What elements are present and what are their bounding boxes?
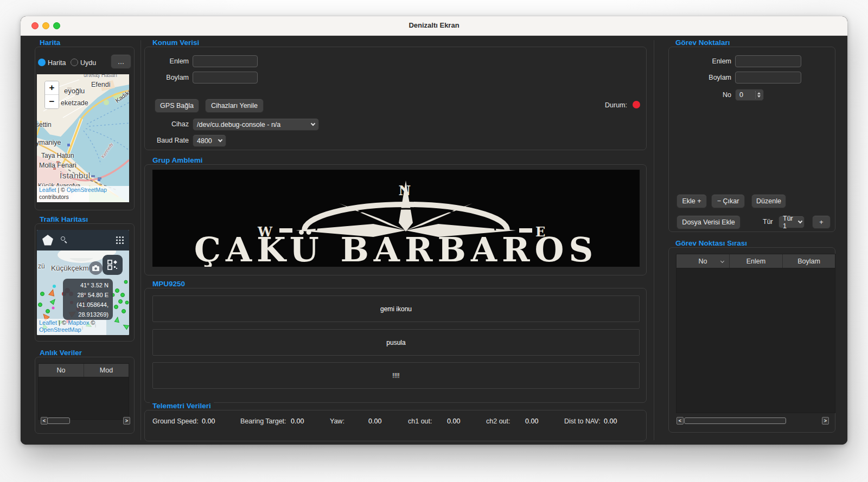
- sira-table-body[interactable]: [676, 268, 835, 413]
- osm-map[interactable]: urtelaş Hasan Efendi eyoğlu eketzade set…: [37, 74, 129, 202]
- gorev-no-value: 0: [739, 91, 743, 99]
- zoom-out-button[interactable]: −: [45, 95, 59, 108]
- traffic-map[interactable]: zü Küçükçekm 41° 3.52 N 28° 54.80 E (41.…: [37, 230, 129, 335]
- durum-label: Durum:: [595, 101, 627, 109]
- splitter-right[interactable]: [654, 40, 654, 440]
- leaflet-link[interactable]: Leaflet: [39, 187, 56, 193]
- gorev-group-title: Görev Noktaları: [673, 38, 733, 47]
- baud-label: Baud Rate: [144, 137, 189, 144]
- window-title: Denizaltı Ekran: [21, 21, 847, 29]
- telemetry-label: Bearing Target:: [240, 417, 286, 425]
- mpu-ship-icon-placeholder: gemi ikonu: [152, 295, 640, 322]
- device-combobox-value: /dev/cu.debug-console - n/a: [197, 121, 280, 128]
- tur-label: Tür: [763, 218, 773, 226]
- map-label: eketzade: [61, 99, 88, 107]
- map-more-button[interactable]: …: [111, 54, 131, 69]
- add-file-data-button[interactable]: Dosya Verisi Ekle: [676, 215, 741, 229]
- anlik-scroll-thumb[interactable]: [47, 417, 70, 424]
- camera-icon[interactable]: [89, 261, 103, 275]
- gorev-enlem-input[interactable]: [735, 55, 801, 67]
- radio-uydu-label[interactable]: Uydu: [80, 59, 96, 67]
- map-label: Taya Hatun: [41, 152, 74, 159]
- telemetry-label: Ground Speed:: [152, 417, 199, 425]
- tooltip-line: 28° 54.80 E: [63, 290, 108, 300]
- apps-grid-icon[interactable]: [116, 236, 124, 245]
- layers-qr-icon[interactable]: [103, 255, 123, 275]
- chevron-down-icon: [311, 121, 315, 125]
- anlik-col-mod[interactable]: Mod: [84, 364, 129, 377]
- telemetri-group-title: Telemetri Verileri: [150, 402, 214, 410]
- titlebar: Denizaltı Ekran: [21, 16, 847, 36]
- gps-connect-button[interactable]: GPS Bağla: [155, 99, 199, 113]
- sira-group-title: Görev Noktası Sırası: [673, 239, 750, 247]
- anlik-scroll-right-button[interactable]: >: [123, 417, 130, 425]
- splitter-left[interactable]: [141, 40, 141, 440]
- zoom-in-button[interactable]: +: [45, 81, 59, 95]
- gorev-enlem-label: Enlem: [693, 57, 731, 65]
- remove-waypoint-button[interactable]: − Çıkar: [711, 194, 745, 208]
- sira-scroll-left-button[interactable]: <: [676, 417, 684, 425]
- marinetraffic-logo-icon: [42, 234, 54, 246]
- anlik-table-header: No Mod: [38, 363, 129, 377]
- trafik-group-title: Trafik Haritası: [37, 215, 91, 223]
- gorev-no-spinbox[interactable]: 0: [735, 89, 764, 101]
- tooltip-line: 28.913269): [63, 310, 108, 319]
- map-label: urtelaş Hasan: [84, 74, 117, 78]
- boylam-input[interactable]: [193, 72, 258, 83]
- tur-combobox[interactable]: Tür 1: [778, 216, 805, 228]
- map-label: Molla Fenari: [39, 162, 76, 169]
- device-combobox[interactable]: /dev/cu.debug-console - n/a: [193, 118, 319, 131]
- chevron-down-icon: [218, 137, 222, 142]
- osm-link[interactable]: OpenStreetMap: [39, 326, 81, 333]
- telemetri-group: [144, 410, 647, 441]
- gorev-boylam-input[interactable]: [735, 72, 801, 83]
- sira-col-enlem[interactable]: Enlem: [730, 254, 783, 268]
- enlem-label: Enlem: [145, 57, 189, 65]
- group-emblem-image: N W E ÇAKÜ BARBAROS: [152, 170, 640, 267]
- tooltip-line: 41° 3.52 N: [63, 280, 108, 290]
- sira-col-no[interactable]: No: [676, 254, 730, 268]
- telemetry-label: ch2 out:: [486, 417, 510, 425]
- coordinates-tooltip: 41° 3.52 N 28° 54.80 E (41.058644, 28.91…: [63, 279, 113, 320]
- search-icon: [61, 236, 65, 241]
- konum-group-title: Konum Verisi: [150, 38, 202, 47]
- sira-table-header: No Enlem Boylam: [676, 254, 835, 268]
- radio-harita[interactable]: [38, 59, 46, 66]
- map-label: ymaniye: [37, 139, 61, 146]
- telemetry-value: 0.00: [525, 417, 538, 425]
- map2-label-partial: zü: [38, 262, 45, 270]
- cihaz-label: Cihaz: [145, 120, 189, 128]
- map2-attribution: Leaflet | © Mapbox © OpenStreetMap: [37, 319, 106, 335]
- radio-harita-label[interactable]: Harita: [48, 59, 66, 67]
- telemetry-value: 0.00: [291, 417, 304, 425]
- amblem-group-title: Grup Amblemi: [150, 156, 206, 164]
- map-attribution: Leaflet | © OpenStreetMap contributors: [37, 186, 129, 202]
- telemetry-label: Dist to NAV:: [564, 417, 601, 425]
- edit-waypoint-button[interactable]: Düzenle: [751, 194, 786, 208]
- main-content: Harita Harita Uydu …: [21, 36, 847, 445]
- anlik-col-no[interactable]: No: [39, 364, 84, 377]
- sira-scroll-thumb[interactable]: [684, 417, 786, 424]
- telemetry-value: 0.00: [368, 417, 381, 425]
- sira-scroll-right-button[interactable]: >: [822, 417, 829, 425]
- telemetry-value: 0.00: [604, 417, 617, 425]
- gorev-boylam-label: Boylam: [693, 74, 731, 81]
- map-label: Efendi: [91, 81, 110, 88]
- refresh-devices-button[interactable]: Cihazları Yenile: [205, 99, 264, 113]
- osm-link[interactable]: OpenStreetMap: [67, 187, 107, 193]
- baud-combobox[interactable]: 4800: [193, 134, 226, 147]
- mpu-compass-placeholder: pusula: [152, 329, 640, 356]
- enlem-input[interactable]: [193, 55, 258, 67]
- plus-button[interactable]: +: [812, 215, 831, 229]
- attr-contributors: contributors: [39, 194, 69, 200]
- leaflet-link[interactable]: Leaflet: [39, 319, 57, 326]
- anlik-table-body[interactable]: [38, 377, 129, 420]
- attr-sep: | ©: [57, 319, 68, 326]
- radio-uydu[interactable]: [71, 59, 78, 66]
- sira-col-boylam[interactable]: Boylam: [783, 254, 835, 268]
- spinbox-arrows[interactable]: [755, 91, 762, 99]
- add-waypoint-button[interactable]: Ekle +: [676, 194, 707, 208]
- telemetry-label: Yaw:: [330, 417, 344, 425]
- mapbox-link[interactable]: Mapbox: [68, 319, 89, 326]
- map-label: settin: [37, 121, 52, 128]
